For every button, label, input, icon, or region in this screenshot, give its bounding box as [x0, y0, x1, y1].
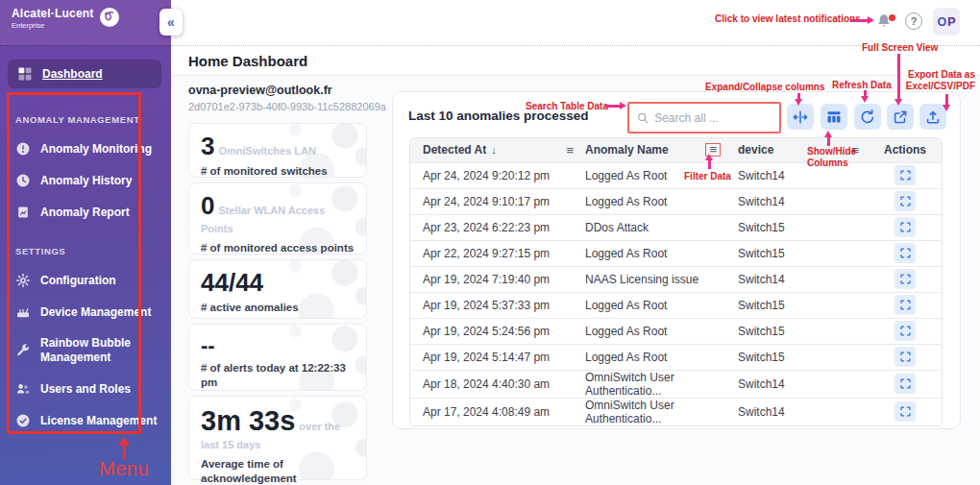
cell-anomaly-name: OmniSwitch User Authenticatio... [585, 398, 730, 425]
corner-brackets-icon [899, 247, 912, 259]
cell-detected-at: Apr 19, 2024 5:14:47 pm [410, 344, 585, 370]
table-row[interactable]: Apr 19, 2024 5:24:56 pm Logged As Root S… [410, 318, 942, 344]
cell-device: Switch14 [730, 370, 869, 398]
table-row[interactable]: Apr 22, 2024 9:27:15 pm Logged As Root S… [410, 240, 942, 266]
ale-logo-icon [99, 7, 120, 28]
stat-card-monitored-aps: 0Stellar WLAN Access Points # of monitor… [188, 182, 367, 255]
cell-device: Switch15 [730, 318, 869, 344]
annotation-refresh: Refresh Data [832, 80, 892, 90]
annotation-search: Search Table Data [526, 101, 608, 111]
cell-device: Switch15 [730, 240, 869, 266]
expand-row-button[interactable] [894, 295, 916, 315]
anomalies-table: Detected At ↓ ≡ Anomaly Name ≡ [409, 137, 943, 426]
cell-detected-at: Apr 24, 2024 9:10:17 pm [410, 188, 585, 214]
cell-anomaly-name: Logged As Root [585, 240, 730, 266]
page-title: Home Dashboard [188, 53, 307, 69]
anomalies-panel: Last 10 anomalies processed [392, 91, 961, 429]
annotation-export: Export Data as Excel/CSV/PDF [898, 69, 975, 92]
corner-brackets-icon [899, 221, 912, 233]
brand-sub-text: Enterprise [12, 21, 93, 30]
help-icon[interactable]: ? [905, 12, 922, 30]
corner-brackets-icon [899, 299, 912, 311]
cell-detected-at: Apr 22, 2024 9:27:15 pm [410, 240, 585, 266]
cell-anomaly-name: Logged As Root [585, 318, 730, 344]
notification-badge-dot [889, 14, 895, 21]
expand-row-button[interactable] [894, 347, 916, 367]
avatar-initial-o: O [937, 15, 946, 29]
sidebar-collapse-button[interactable]: « [159, 9, 183, 36]
dashboard-grid-icon [17, 66, 33, 82]
cell-detected-at: Apr 23, 2024 6:22:23 pm [410, 214, 585, 240]
stat-value: 0 [201, 191, 214, 220]
table-row[interactable]: Apr 19, 2024 5:37:33 pm Logged As Root S… [410, 292, 942, 318]
expand-row-button[interactable] [894, 401, 916, 422]
cell-device: Switch15 [730, 292, 869, 318]
cell-device: Switch14 [730, 266, 869, 292]
sidebar-item-dashboard[interactable]: Dashboard [8, 60, 161, 88]
cell-anomaly-name: Logged As Root [585, 292, 730, 318]
refresh-data-button[interactable] [854, 104, 881, 130]
column-header-device[interactable]: device [738, 143, 773, 157]
cell-device: Switch14 [730, 188, 869, 214]
show-hide-columns-button[interactable] [821, 104, 847, 130]
stat-value: 44/44 [201, 268, 263, 297]
stat-caption: # of monitored switches [201, 164, 355, 179]
expand-row-button[interactable] [894, 269, 916, 289]
expand-row-button[interactable] [894, 217, 916, 237]
user-avatar[interactable]: O P [933, 8, 960, 36]
page-header: Home Dashboard [171, 46, 980, 76]
column-header-actions: Actions [869, 138, 942, 162]
stat-card-active-anomalies: 44/44 # active anomalies [188, 259, 367, 319]
column-menu-icon[interactable]: ≡ [566, 143, 574, 158]
stat-card-avg-ack-time: 3m 33sover the last 15 days Average time… [188, 396, 367, 480]
stat-card-monitored-switches: 3OmniSwitches LAN # of monitored switche… [188, 123, 367, 178]
table-row[interactable]: Apr 19, 2024 7:19:40 pm NAAS Licensing i… [410, 266, 942, 292]
table-row[interactable]: Apr 18, 2024 4:40:30 am OmniSwitch User … [410, 370, 942, 398]
stat-caption: Average time of acknowledgement [201, 457, 355, 485]
table-row[interactable]: Apr 19, 2024 5:14:47 pm Logged As Root S… [410, 344, 942, 370]
column-header-detected-at[interactable]: Detected At [423, 143, 486, 157]
stat-suffix: OmniSwitches LAN [218, 145, 315, 157]
search-icon [637, 111, 649, 125]
expand-collapse-columns-button[interactable] [787, 104, 814, 130]
expand-row-button[interactable] [894, 165, 916, 185]
expand-row-button[interactable] [894, 374, 916, 394]
table-row[interactable]: Apr 24, 2024 9:10:17 pm Logged As Root S… [410, 188, 942, 214]
expand-row-button[interactable] [894, 243, 916, 263]
cell-device: Switch14 [730, 398, 869, 425]
stat-value: 3m 33s [201, 405, 295, 436]
search-input[interactable] [654, 111, 772, 125]
table-row[interactable]: Apr 23, 2024 6:22:23 pm DDos Attack Swit… [410, 214, 942, 240]
cell-anomaly-name: DDos Attack [585, 214, 730, 240]
full-screen-view-button[interactable] [887, 104, 914, 130]
cell-anomaly-name: OmniSwitch User Authenticatio... [585, 370, 730, 398]
cell-detected-at: Apr 17, 2024 4:08:49 am [410, 398, 585, 425]
corner-brackets-icon [899, 405, 912, 418]
cell-detected-at: Apr 19, 2024 5:37:33 pm [410, 292, 585, 318]
cell-anomaly-name: Logged As Root [585, 188, 730, 214]
annotation-menu-label: Menu [99, 458, 149, 480]
table-row[interactable]: Apr 17, 2024 4:08:49 am OmniSwitch User … [410, 398, 942, 425]
brand-header: Alcatel·Lucent Enterprise [0, 0, 171, 46]
stat-value: -- [201, 333, 215, 357]
stat-caption: # of alerts today at 12:22:33 pm [201, 361, 355, 390]
full-screen-icon [892, 109, 909, 126]
stat-card-alerts-today: -- # of alerts today at 12:22:33 pm [188, 324, 367, 391]
corner-brackets-icon [899, 377, 912, 390]
annotation-show-hide: Show/Hide Columns [807, 146, 874, 169]
cell-device: Switch15 [730, 344, 869, 370]
expand-collapse-icon [792, 109, 809, 126]
stat-caption: # active anomalies [201, 301, 355, 315]
cell-detected-at: Apr 24, 2024 9:20:12 pm [410, 162, 585, 188]
cell-device: Switch15 [730, 214, 869, 240]
corner-brackets-icon [899, 169, 912, 182]
brand-logo-text: Alcatel·Lucent [12, 7, 93, 20]
annotation-filter: Filter Data [684, 171, 731, 182]
sort-desc-icon[interactable]: ↓ [491, 144, 497, 156]
expand-row-button[interactable] [894, 321, 916, 341]
column-header-anomaly-name[interactable]: Anomaly Name [585, 143, 669, 157]
expand-row-button[interactable] [894, 191, 916, 211]
annotation-menu-box [7, 92, 141, 434]
cell-anomaly-name: NAAS Licensing issue [585, 266, 730, 292]
corner-brackets-icon [899, 195, 912, 207]
